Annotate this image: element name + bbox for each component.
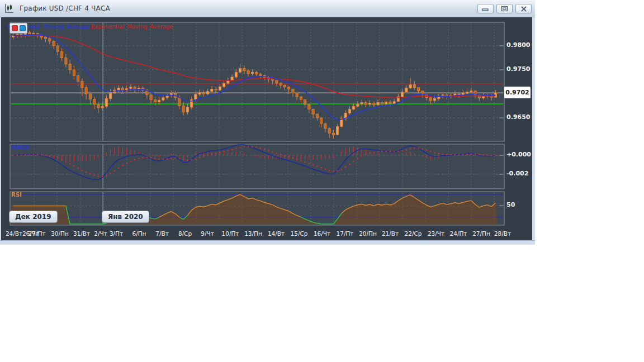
candle-body	[357, 104, 359, 106]
candle-body	[353, 106, 355, 109]
restore-icon	[501, 6, 508, 12]
macd-signal-dot	[312, 164, 314, 166]
candle-body	[373, 103, 375, 104]
close-icon	[520, 6, 527, 12]
macd-signal-dot	[174, 158, 176, 159]
window-titlebar[interactable]: График USD /CHF 4 ЧАСА	[0, 0, 535, 17]
month-button-jan-2020[interactable]: Янв 2020	[102, 211, 149, 223]
macd-signal-dot	[255, 146, 257, 148]
macd-signal-dot	[357, 158, 359, 159]
macd-signal-dot	[329, 170, 330, 172]
candle-body	[255, 72, 258, 74]
right-axis-label: 0.9800	[506, 41, 530, 49]
candle-body	[77, 75, 79, 81]
macd-signal-dot	[244, 146, 245, 147]
macd-signal-dot	[260, 147, 262, 149]
indicator-swatches[interactable]	[10, 23, 27, 34]
minimize-button[interactable]	[477, 4, 494, 13]
macd-signal-dot	[93, 174, 95, 176]
macd-signal-dot	[288, 156, 290, 158]
macd-signal-dot	[450, 154, 452, 155]
minimize-icon	[482, 6, 489, 11]
candle-body	[438, 97, 440, 98]
candlestick-chart-icon	[4, 3, 15, 14]
macd-signal-dot	[199, 157, 201, 159]
macd-signal-dot	[377, 151, 379, 153]
macd-signal-dot	[65, 161, 67, 163]
candle-body	[73, 70, 75, 75]
blue-swatch-icon[interactable]	[20, 25, 26, 31]
macd-panel	[10, 144, 504, 189]
macd-signal-dot	[142, 157, 144, 159]
macd-signal-dot	[41, 154, 42, 156]
candle-body	[32, 34, 35, 34]
current-price-tag: 0.9702	[504, 87, 531, 98]
macd-signal-dot	[475, 153, 476, 155]
candle-body	[97, 104, 100, 108]
candle-body	[53, 41, 55, 46]
candle-body	[162, 98, 164, 100]
macd-signal-dot	[122, 165, 124, 166]
candle-body	[405, 88, 408, 92]
candle-body	[316, 114, 318, 118]
candle-body	[340, 119, 343, 127]
macd-signal-dot	[33, 154, 35, 155]
macd-signal-dot	[292, 158, 294, 159]
candle-body	[198, 92, 201, 94]
macd-signal-dot	[29, 154, 30, 156]
macd-signal-dot	[138, 158, 140, 159]
macd-signal-dot	[106, 175, 107, 177]
macd-signal-dot	[248, 146, 249, 147]
macd-signal-dot	[134, 159, 136, 161]
candle-body	[304, 99, 306, 104]
close-button[interactable]	[515, 4, 532, 13]
macd-signal-dot	[12, 155, 14, 156]
candle-body	[300, 97, 302, 99]
chart-canvas[interactable]	[0, 0, 535, 244]
macd-signal-dot	[390, 151, 391, 153]
x-axis-label: 16/Чт	[314, 230, 330, 237]
macd-signal-dot	[130, 160, 132, 162]
candle-body	[223, 83, 225, 87]
right-axis-label: 0.9650	[506, 113, 530, 121]
candle-body	[308, 104, 310, 109]
macd-signal-dot	[426, 149, 428, 151]
x-axis-label: 14/Вт	[268, 230, 285, 237]
macd-signal-dot	[69, 163, 71, 165]
candle-body	[251, 72, 253, 74]
x-axis-label: 27/Пн	[472, 230, 490, 237]
macd-signal-dot	[466, 154, 468, 155]
candle-body	[49, 39, 51, 41]
x-axis-label: 21/Вт	[382, 230, 399, 237]
right-axis-label: 0.9750	[506, 65, 530, 73]
candle-body	[361, 102, 363, 104]
macd-signal-dot	[341, 169, 343, 170]
candle-body	[154, 99, 156, 102]
candle-body	[280, 83, 282, 85]
page: Exponential_Moving_Average Exponential_M…	[0, 0, 644, 362]
macd-signal-dot	[171, 158, 172, 159]
macd-signal-dot	[264, 149, 266, 150]
candle-body	[470, 91, 472, 92]
month-button-dec-2019[interactable]: Дек 2019	[9, 211, 58, 223]
candle-body	[292, 89, 294, 93]
macd-signal-dot	[126, 163, 127, 164]
restore-button[interactable]	[496, 4, 513, 13]
macd-signal-dot	[146, 157, 148, 159]
macd-signal-dot	[487, 154, 489, 156]
macd-signal-dot	[219, 152, 221, 154]
candle-body	[466, 92, 468, 94]
macd-signal-dot	[446, 154, 448, 155]
candle-body	[61, 51, 63, 58]
macd-signal-dot	[17, 155, 18, 156]
candle-body	[283, 85, 286, 87]
candle-body	[259, 74, 262, 76]
x-axis-label: 17/Пт	[337, 230, 354, 237]
candle-body	[130, 87, 132, 89]
candle-body	[235, 72, 237, 77]
candle-body	[105, 99, 107, 107]
candle-body	[207, 92, 209, 94]
candle-body	[215, 89, 217, 90]
macd-signal-dot	[385, 151, 387, 153]
red-swatch-icon[interactable]	[12, 25, 18, 31]
